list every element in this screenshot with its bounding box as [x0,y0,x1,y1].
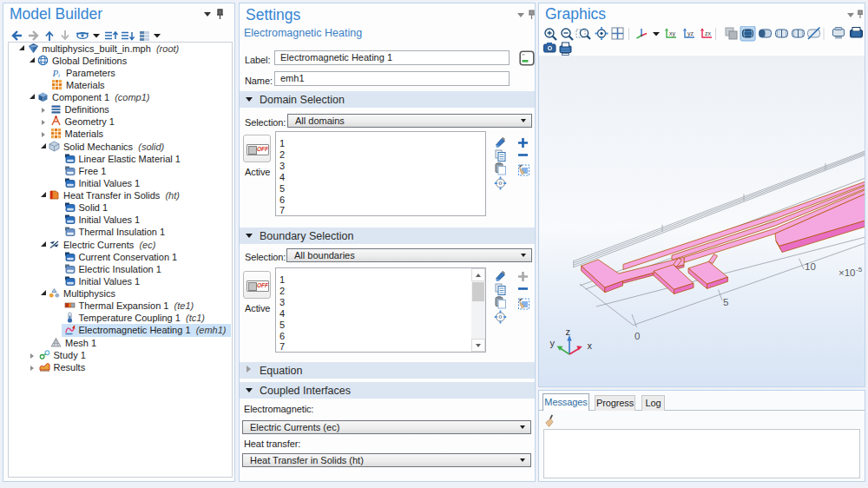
svg-text:yz: yz [687,30,694,37]
svg-text:-5: -5 [856,266,863,274]
svg-text:0: 0 [635,331,640,341]
svg-text:×10: ×10 [838,267,856,278]
svg-text:z: z [566,326,571,337]
svg-text:y: y [550,338,556,348]
svg-text:x: x [588,340,593,351]
svg-text:10: 10 [805,261,816,272]
svg-text:xy: xy [669,30,676,37]
svg-text:zx: zx [705,30,712,36]
svg-text:5: 5 [723,297,728,307]
